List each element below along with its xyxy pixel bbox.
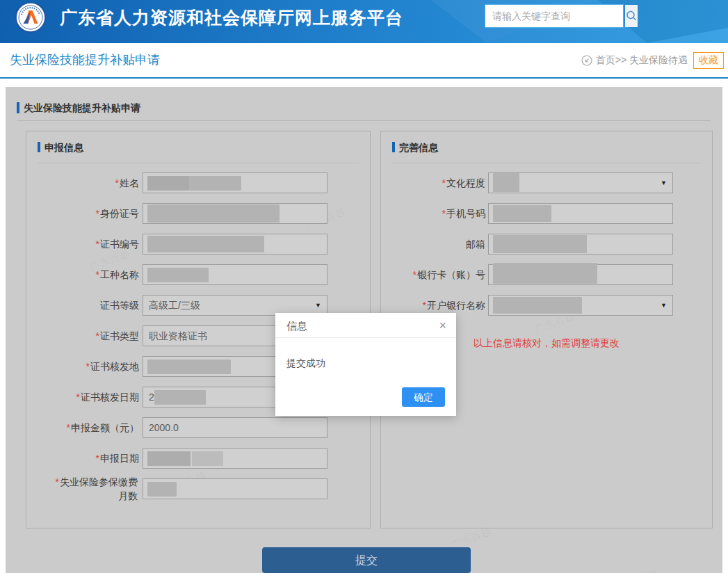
education-label: 文化程度 xyxy=(446,177,485,188)
declare-panel-title: 申报信息 xyxy=(45,137,83,158)
search-button[interactable] xyxy=(625,5,638,27)
page: 广东省人力资源和社会保障厅网上服务平台 失业保险技能提升补贴申请 首页>> 失业… xyxy=(0,0,728,573)
required-mark: * xyxy=(96,239,99,250)
certificate-level-value: 高级工/三级 xyxy=(149,296,200,315)
redacted-value xyxy=(147,360,231,374)
bank-name-select[interactable]: ▼ xyxy=(488,295,673,316)
apply-date-label: 申报日期 xyxy=(100,453,139,464)
name-label: 姓名 xyxy=(120,177,139,188)
dropdown-arrow-icon: ▼ xyxy=(661,296,667,315)
insured-months-label: 失业保险参保缴费月数 xyxy=(60,476,138,501)
redacted-value xyxy=(147,236,264,252)
certificate-no-input[interactable] xyxy=(143,234,327,255)
required-mark: * xyxy=(96,208,99,219)
complete-panel-title: 完善信息 xyxy=(399,137,438,158)
required-mark: * xyxy=(96,453,99,464)
close-icon[interactable]: × xyxy=(439,318,446,332)
required-mark: * xyxy=(423,300,426,311)
apply-date-input[interactable] xyxy=(143,448,327,469)
insured-months-input[interactable] xyxy=(143,478,327,499)
mobile-label: 手机号码 xyxy=(446,208,485,219)
certificate-type-value: 职业资格证书 xyxy=(149,326,207,346)
field-row: *证书编号 xyxy=(26,234,370,255)
certificate-no-label: 证书编号 xyxy=(100,239,139,250)
email-input[interactable] xyxy=(488,234,673,255)
field-row: *身份证号 xyxy=(26,203,370,224)
dialog-title: 信息 xyxy=(286,320,307,333)
field-row: *手机号码 xyxy=(381,203,712,224)
submit-button[interactable]: 提交 xyxy=(262,547,471,573)
confirm-button[interactable]: 确定 xyxy=(402,387,445,407)
redacted-value xyxy=(154,390,206,405)
email-label: 邮箱 xyxy=(466,239,485,250)
mobile-input[interactable] xyxy=(488,203,673,224)
breadcrumb[interactable]: 首页>> 失业保险待遇 xyxy=(581,54,688,67)
required-mark: * xyxy=(56,476,59,487)
bank-card-input[interactable] xyxy=(488,264,673,285)
panel-accent-bar xyxy=(392,142,395,152)
redacted-value xyxy=(147,204,280,223)
search-icon xyxy=(625,10,638,22)
issue-date-value: 2 xyxy=(149,387,154,407)
panel-divider xyxy=(392,163,701,163)
field-row: *申报金额（元） 2000.0 xyxy=(26,417,370,438)
required-mark: * xyxy=(442,208,446,219)
certificate-type-label: 证书类型 xyxy=(100,330,139,341)
field-row: *银行卡（账）号 xyxy=(381,264,712,285)
agency-logo xyxy=(15,2,46,33)
dropdown-arrow-icon: ▼ xyxy=(661,173,667,193)
required-mark: * xyxy=(96,330,99,341)
breadcrumb-text: 首页>> 失业保险待遇 xyxy=(596,54,688,67)
job-title-label: 工种名称 xyxy=(100,269,139,280)
portal-title: 广东省人力资源和社会保障厅网上服务平台 xyxy=(60,0,403,35)
amount-value: 2000.0 xyxy=(149,418,179,437)
issue-date-label: 证书核发日期 xyxy=(81,392,139,403)
search-input[interactable] xyxy=(485,5,625,27)
dialog-message: 提交成功 xyxy=(286,357,325,370)
required-mark: * xyxy=(76,392,80,403)
dropdown-arrow-icon: ▼ xyxy=(315,296,321,315)
panel-accent-bar xyxy=(38,142,40,152)
required-mark: * xyxy=(442,177,446,188)
field-row: 邮箱 xyxy=(381,234,712,255)
watermark-text: 广东百越 xyxy=(617,566,661,573)
app-header: 广东省人力资源和社会保障厅网上服务平台 xyxy=(0,0,728,43)
page-title: 失业保险技能提升补贴申请 xyxy=(10,43,160,77)
field-row: *姓名 xyxy=(26,172,370,193)
id-card-input[interactable] xyxy=(143,203,327,224)
return-arrow-icon xyxy=(581,55,592,66)
redacted-value xyxy=(192,451,223,466)
redacted-value xyxy=(147,176,189,191)
panel-divider xyxy=(38,163,359,163)
page-bar: 失业保险技能提升补贴申请 首页>> 失业保险待遇 收藏 xyxy=(0,43,728,79)
required-mark: * xyxy=(86,361,90,372)
section-accent-bar xyxy=(17,102,19,113)
amount-input[interactable]: 2000.0 xyxy=(143,417,327,438)
favorite-button[interactable]: 收藏 xyxy=(693,52,724,69)
redacted-value xyxy=(189,176,241,191)
section-divider xyxy=(17,120,711,121)
header-search xyxy=(485,4,624,28)
bank-card-label: 银行卡（账）号 xyxy=(417,269,485,280)
field-row: *申报日期 xyxy=(26,448,370,469)
redacted-value xyxy=(493,263,597,284)
message-dialog: 信息 × 提交成功 确定 xyxy=(275,313,456,416)
id-card-label: 身份证号 xyxy=(100,208,139,219)
redacted-value xyxy=(147,451,191,466)
required-mark: * xyxy=(413,269,416,280)
section-title: 失业保险技能提升补贴申请 xyxy=(24,97,140,118)
redacted-value xyxy=(493,235,587,253)
field-row: *工种名称 xyxy=(26,264,370,285)
redacted-value xyxy=(147,482,177,497)
redacted-value xyxy=(147,268,209,282)
redacted-value xyxy=(493,205,551,222)
amount-label: 申报金额（元） xyxy=(71,422,139,433)
required-mark: * xyxy=(96,269,99,280)
dialog-header: 信息 × xyxy=(275,313,456,338)
bank-name-label: 开户银行名称 xyxy=(427,300,485,311)
education-select[interactable]: ▼ xyxy=(488,172,673,193)
job-title-input[interactable] xyxy=(143,264,327,285)
redacted-value xyxy=(493,297,582,314)
name-input[interactable] xyxy=(143,172,327,193)
redacted-value xyxy=(493,173,519,192)
